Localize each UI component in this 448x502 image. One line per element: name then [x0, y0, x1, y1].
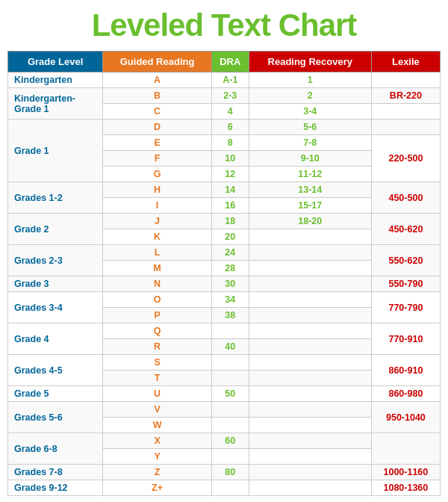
- cell-guided: P: [103, 308, 212, 323]
- table-row: Grade 5U50860-980: [8, 386, 441, 402]
- cell-lexile: 860-910: [371, 355, 440, 386]
- cell-dra: 4: [211, 104, 249, 120]
- cell-dra: 40: [211, 339, 249, 355]
- leveled-text-chart: Grade Level Guided Reading DRA Reading R…: [7, 51, 441, 496]
- cell-dra: 14: [211, 182, 249, 198]
- cell-grade: Grade 4: [8, 323, 103, 355]
- cell-dra: 60: [211, 433, 249, 449]
- table-row: Grades 3-4O34770-790: [8, 292, 441, 308]
- cell-guided: S: [103, 355, 212, 371]
- cell-lexile: [371, 120, 440, 135]
- cell-dra: 2-3: [211, 88, 249, 104]
- cell-guided: V: [103, 402, 212, 418]
- table-row: Grade 1D65-6: [8, 120, 441, 135]
- cell-recovery: [249, 261, 371, 276]
- cell-lexile: 220-500: [371, 135, 440, 182]
- cell-recovery: [249, 386, 371, 402]
- cell-grade: Grade 6-8: [8, 433, 103, 465]
- cell-lexile: 950-1040: [371, 402, 440, 433]
- table-row: Grades 2-3L24550-620: [8, 245, 441, 261]
- cell-recovery: [249, 292, 371, 308]
- cell-recovery: 5-6: [249, 120, 371, 135]
- cell-grade: Kindergarten: [8, 72, 103, 88]
- cell-guided: F: [103, 151, 212, 167]
- cell-recovery: [249, 323, 371, 339]
- cell-grade: Grade 3: [8, 276, 103, 292]
- cell-recovery: 2: [249, 88, 371, 104]
- header-recovery: Reading Recovery: [249, 52, 371, 72]
- table-row: Grades 5-6V950-1040: [8, 402, 441, 418]
- cell-lexile: 550-620: [371, 245, 440, 276]
- cell-grade: Grades 3-4: [8, 292, 103, 323]
- cell-guided: O: [103, 292, 212, 308]
- table-row: Grade 4Q770-910: [8, 323, 441, 339]
- cell-guided: C: [103, 104, 212, 120]
- cell-recovery: [249, 308, 371, 323]
- cell-dra: [211, 449, 249, 465]
- cell-recovery: 11-12: [249, 167, 371, 182]
- table-row: Grades 1-2H1413-14450-500: [8, 182, 441, 198]
- cell-dra: 28: [211, 261, 249, 276]
- cell-dra: 12: [211, 167, 249, 182]
- table-row: Grades 9-12Z+1080-1360: [8, 480, 441, 496]
- cell-recovery: [249, 276, 371, 292]
- cell-lexile: 450-620: [371, 214, 440, 245]
- header-dra: DRA: [211, 52, 249, 72]
- table-row: Grade 2J1818-20450-620: [8, 214, 441, 229]
- cell-lexile: [371, 104, 440, 120]
- cell-guided: N: [103, 276, 212, 292]
- cell-recovery: [249, 355, 371, 371]
- cell-grade: Grades 9-12: [8, 480, 103, 496]
- cell-dra: 18: [211, 214, 249, 229]
- cell-lexile: [371, 433, 440, 465]
- cell-grade: Grades 5-6: [8, 402, 103, 433]
- cell-grade: Grade 1: [8, 120, 103, 182]
- table-row: Grade 6-8X60: [8, 433, 441, 449]
- cell-dra: [211, 371, 249, 386]
- cell-recovery: [249, 339, 371, 355]
- cell-lexile: 1080-1360: [371, 480, 440, 496]
- cell-lexile: BR-220: [371, 88, 440, 104]
- cell-grade: Grades 2-3: [8, 245, 103, 276]
- cell-lexile: 1000-1160: [371, 465, 440, 480]
- cell-lexile: 550-790: [371, 276, 440, 292]
- cell-grade: Kindergarten-Grade 1: [8, 88, 103, 120]
- table-row: Kindergarten-Grade 1B2-32BR-220: [8, 88, 441, 104]
- cell-recovery: 13-14: [249, 182, 371, 198]
- table-row: Grade 3N30550-790: [8, 276, 441, 292]
- header-grade: Grade Level: [8, 52, 103, 72]
- cell-dra: 16: [211, 198, 249, 214]
- cell-guided: U: [103, 386, 212, 402]
- cell-guided: I: [103, 198, 212, 214]
- cell-guided: Z: [103, 465, 212, 480]
- cell-grade: Grades 4-5: [8, 355, 103, 386]
- header-lexile: Lexile: [371, 52, 440, 72]
- cell-recovery: [249, 245, 371, 261]
- cell-dra: 6: [211, 120, 249, 135]
- page-title: Leveled Text Chart: [7, 7, 441, 43]
- table-row: KindergartenAA-11: [8, 72, 441, 88]
- cell-grade: Grade 5: [8, 386, 103, 402]
- cell-guided: L: [103, 245, 212, 261]
- cell-dra: 8: [211, 135, 249, 151]
- cell-guided: A: [103, 72, 212, 88]
- cell-recovery: 15-17: [249, 198, 371, 214]
- cell-lexile: 450-500: [371, 182, 440, 214]
- cell-dra: 30: [211, 276, 249, 292]
- table-row: Grades 4-5S860-910: [8, 355, 441, 371]
- header-guided: Guided Reading: [103, 52, 212, 72]
- cell-guided: D: [103, 120, 212, 135]
- cell-dra: 20: [211, 229, 249, 245]
- cell-guided: E: [103, 135, 212, 151]
- cell-recovery: [249, 480, 371, 496]
- cell-lexile: 770-910: [371, 323, 440, 355]
- cell-lexile: [371, 72, 440, 88]
- cell-guided: B: [103, 88, 212, 104]
- cell-guided: X: [103, 433, 212, 449]
- cell-grade: Grade 2: [8, 214, 103, 245]
- cell-recovery: 1: [249, 72, 371, 88]
- cell-dra: 50: [211, 386, 249, 402]
- cell-guided: W: [103, 418, 212, 433]
- cell-dra: 80: [211, 465, 249, 480]
- cell-recovery: 7-8: [249, 135, 371, 151]
